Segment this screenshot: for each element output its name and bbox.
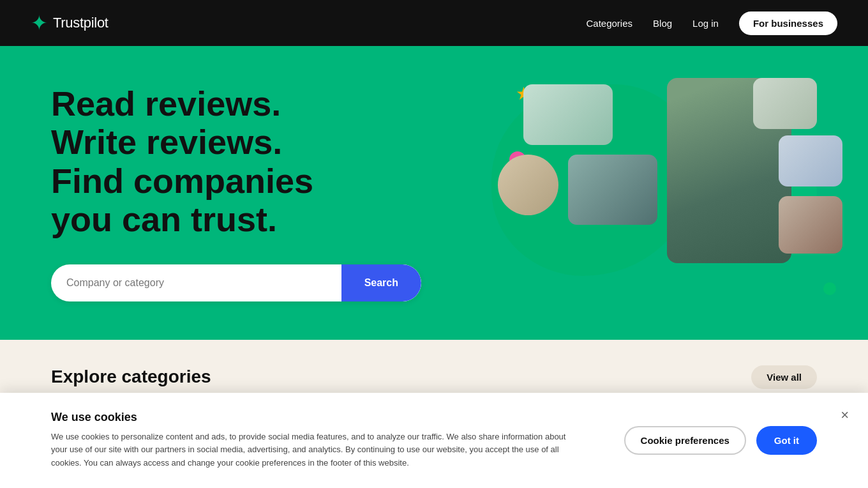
cookie-actions: Cookie preferences Got it [624, 426, 817, 455]
hero-image-collage: ★ ★ [472, 46, 868, 340]
categories-title: Explore categories [51, 367, 211, 387]
logo-text: Trustpilot [53, 15, 108, 31]
search-button[interactable]: Search [341, 264, 421, 301]
cookie-close-button[interactable]: × [841, 408, 849, 422]
view-all-button[interactable]: View all [751, 365, 817, 389]
cookie-accept-button[interactable]: Got it [756, 426, 817, 455]
dot-green-decoration [823, 282, 836, 295]
photo-2 [498, 155, 558, 215]
hero-content: Read reviews. Write reviews. Find compan… [51, 84, 408, 301]
nav-blog[interactable]: Blog [653, 18, 672, 29]
photo-6 [779, 135, 842, 187]
hero-title: Read reviews. Write reviews. Find compan… [51, 84, 408, 239]
cookie-preferences-button[interactable]: Cookie preferences [624, 426, 746, 455]
navbar: ✦ Trustpilot Categories Blog Log in For … [0, 0, 868, 46]
photo-5 [753, 78, 817, 129]
cookie-content: We use cookies We use cookies to persona… [51, 411, 574, 470]
search-input[interactable] [51, 264, 341, 301]
nav-categories[interactable]: Categories [587, 18, 633, 29]
photo-7 [779, 196, 842, 254]
hero-section: Read reviews. Write reviews. Find compan… [0, 46, 868, 340]
logo-star-icon: ✦ [31, 13, 48, 33]
categories-header: Explore categories View all [51, 365, 817, 389]
cookie-banner: We use cookies We use cookies to persona… [0, 393, 868, 488]
logo[interactable]: ✦ Trustpilot [31, 13, 108, 33]
for-businesses-button[interactable]: For businesses [739, 11, 837, 35]
cookie-body-text: We use cookies to personalize content an… [51, 431, 574, 470]
navbar-links: Categories Blog Log in For businesses [587, 11, 838, 35]
photo-1 [523, 84, 613, 145]
photo-3 [568, 155, 657, 225]
nav-login[interactable]: Log in [692, 18, 719, 29]
collage: ★ ★ [485, 72, 855, 314]
cookie-title: We use cookies [51, 411, 574, 424]
search-bar: Search [51, 264, 421, 301]
